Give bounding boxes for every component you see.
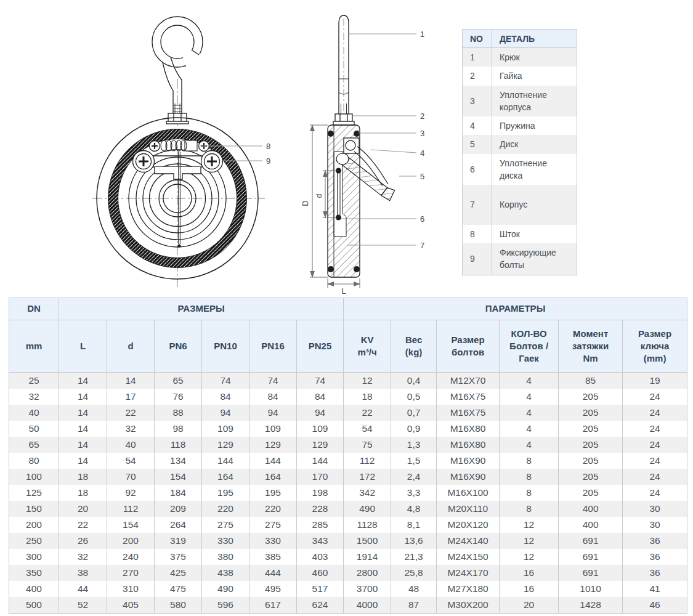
table-row: 8014541341441441441121,5M16X90820524 <box>9 453 687 469</box>
table-cell: 220 <box>249 501 297 517</box>
table-cell: 500 <box>9 597 59 614</box>
sub-header-row: mm L d PN6 PN10 PN16 PN25 KV m³/ч Вес (k… <box>9 320 687 373</box>
table-cell: 30 <box>623 517 687 533</box>
parts-row: 6Уплотнение диска <box>463 154 577 185</box>
table-cell: 134 <box>155 453 202 469</box>
table-cell: 1500 <box>344 533 391 549</box>
parts-row: 4Пружина <box>463 116 577 135</box>
table-cell: 200 <box>107 533 155 549</box>
part-number: 8 <box>463 225 492 243</box>
table-cell: 18 <box>59 469 107 485</box>
table-cell: M16X100 <box>437 485 500 501</box>
table-cell: 380 <box>202 549 249 565</box>
table-cell: 0,9 <box>391 421 437 437</box>
table-row: 35038270425438444460280025,8M24X17016691… <box>9 565 687 581</box>
table-cell: 14 <box>59 421 107 437</box>
table-cell: 20 <box>500 597 559 614</box>
table-cell: 65 <box>155 373 202 389</box>
table-cell: 205 <box>559 437 623 453</box>
table-cell: 205 <box>559 405 623 421</box>
table-cell: 275 <box>249 517 297 533</box>
callout-2: 2 <box>420 111 424 121</box>
table-cell: 475 <box>155 581 202 597</box>
table-cell: 8,1 <box>391 517 437 533</box>
spec-table-body: 25141465747474120,4M12X70485193214177684… <box>9 373 687 614</box>
col-header-torque: Момент затяжки Nm <box>559 320 623 373</box>
table-cell: M24X170 <box>437 565 500 581</box>
table-cell: 438 <box>202 565 249 581</box>
table-cell: 617 <box>249 597 297 614</box>
table-cell: 17 <box>107 389 155 405</box>
col-header-weight: Вес (kg) <box>391 320 437 373</box>
table-cell: M16X80 <box>437 437 500 453</box>
table-cell: 164 <box>249 469 297 485</box>
table-cell: 18 <box>59 485 107 501</box>
col-header-pn25: PN25 <box>297 320 344 373</box>
table-cell: 400 <box>559 501 623 517</box>
table-row: 150201122092202202284904,8M20X110840030 <box>9 501 687 517</box>
table-cell: 490 <box>344 501 391 517</box>
table-cell: 8 <box>500 485 559 501</box>
table-cell: 490 <box>202 581 249 597</box>
table-cell: 14 <box>59 437 107 453</box>
table-cell: 4 <box>500 421 559 437</box>
part-name: Уплотнение диска <box>492 154 577 185</box>
table-cell: 109 <box>297 421 344 437</box>
table-cell: 1010 <box>559 581 623 597</box>
table-cell: 300 <box>9 549 59 565</box>
table-cell: 330 <box>202 533 249 549</box>
table-cell: 129 <box>249 437 297 453</box>
table-cell: 205 <box>559 485 623 501</box>
callout-9: 9 <box>266 156 270 166</box>
table-cell: 285 <box>297 517 344 533</box>
table-cell: 13,6 <box>391 533 437 549</box>
parts-row: 5Диск <box>463 135 577 153</box>
dim-label-L: L <box>341 286 346 296</box>
table-row: 50143298109109109540,9M16X80420524 <box>9 421 687 437</box>
table-cell: 54 <box>344 421 391 437</box>
table-cell: 330 <box>249 533 297 549</box>
table-cell: 52 <box>59 597 107 614</box>
table-cell: 41 <box>623 581 687 597</box>
col-header-d: d <box>107 320 155 373</box>
table-cell: 2800 <box>344 565 391 581</box>
table-cell: 22 <box>59 517 107 533</box>
table-cell: 100 <box>9 469 59 485</box>
parts-row: 9Фиксирующие болты <box>463 243 577 275</box>
table-cell: 691 <box>559 565 623 581</box>
table-row: 25141465747474120,4M12X7048519 <box>9 373 687 389</box>
hook-front <box>152 17 209 113</box>
table-cell: 84 <box>249 389 297 405</box>
front-view <box>92 17 265 287</box>
table-cell: M16X75 <box>437 389 500 405</box>
table-cell: 144 <box>249 453 297 469</box>
part-number: 7 <box>463 185 492 224</box>
part-number: 9 <box>463 243 492 275</box>
table-row: 40044310475490495517370048M27X1801610104… <box>9 581 687 597</box>
table-cell: 94 <box>297 405 344 421</box>
table-cell: 0,7 <box>391 405 437 421</box>
table-cell: 144 <box>297 453 344 469</box>
table-cell: 4 <box>500 373 559 389</box>
table-cell: M24X150 <box>437 549 500 565</box>
table-row: 32141776848484180,5M16X75420524 <box>9 389 687 405</box>
table-cell: 84 <box>297 389 344 405</box>
table-cell: 109 <box>202 421 249 437</box>
table-cell: 24 <box>623 469 687 485</box>
table-cell: 75 <box>344 437 391 453</box>
group-header-dn: DN <box>9 298 59 320</box>
table-cell: 691 <box>559 533 623 549</box>
table-cell: 319 <box>155 533 202 549</box>
table-row: 25026200319330330343150013,6M24X14012691… <box>9 533 687 549</box>
callout-5: 5 <box>420 172 424 181</box>
parts-row: 8Шток <box>463 225 577 243</box>
part-name: Крюк <box>492 48 577 67</box>
table-cell: 2,4 <box>391 469 437 485</box>
callout-8: 8 <box>266 142 270 151</box>
dim-label-d: d <box>315 194 323 198</box>
col-header-bolt-size: Размер болтов <box>437 320 500 373</box>
table-cell: 405 <box>107 597 155 614</box>
table-cell: 50 <box>9 421 59 437</box>
spec-table: DN РАЗМЕРЫ ПАРАМЕТРЫ mm L d PN6 PN10 PN1… <box>9 298 687 614</box>
table-cell: 8 <box>500 469 559 485</box>
